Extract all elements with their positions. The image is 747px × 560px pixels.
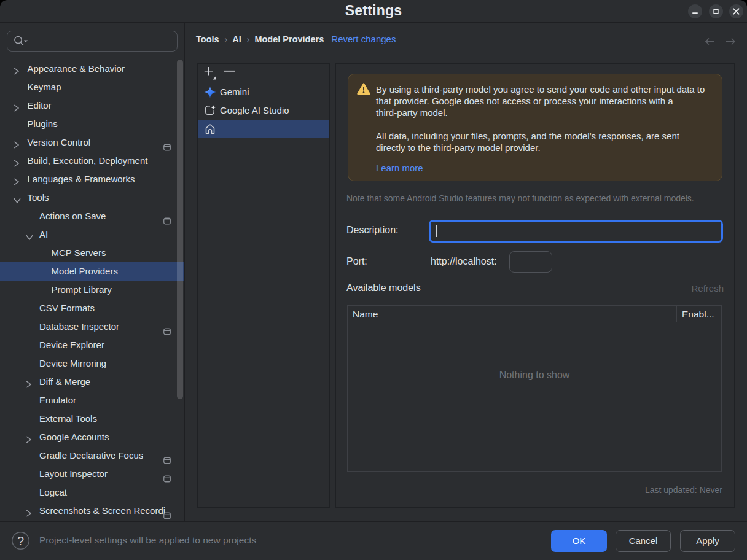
svg-text:?: ?: [17, 534, 24, 548]
